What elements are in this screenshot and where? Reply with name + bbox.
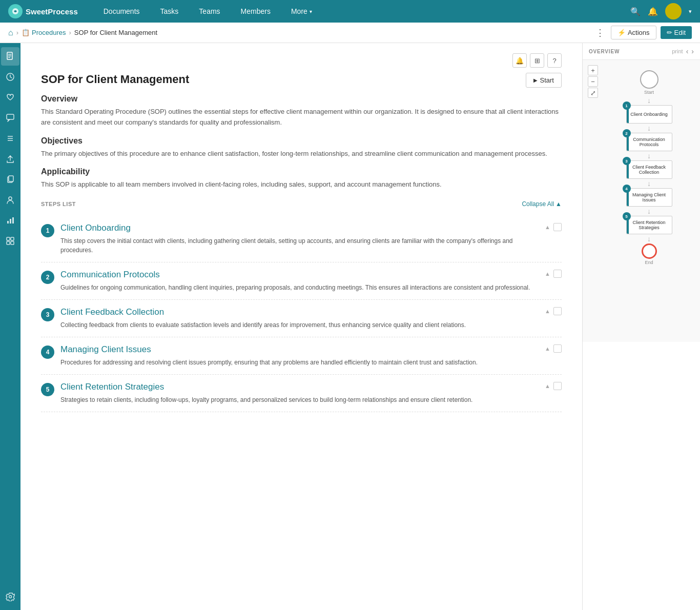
svg-rect-15 [12, 217, 14, 223]
nav-documents[interactable]: Documents [93, 0, 150, 23]
user-avatar[interactable] [665, 3, 682, 19]
step-item-4: 4 Managing Client Issues Procedures for … [41, 337, 562, 375]
flow-arrow-3: ↓ [647, 180, 651, 187]
step-desc-1: This step covers the initial contact wit… [60, 236, 539, 255]
search-icon[interactable]: 🔍 [630, 7, 641, 16]
step-actions-4: ▲ [545, 344, 562, 353]
document-toolbar: 🔔 ⊞ ? [41, 53, 562, 68]
step-number-4: 4 [41, 345, 54, 359]
step-content-4: Managing Client Issues Procedures for ad… [60, 344, 539, 367]
flow-step-badge-5: 5 [623, 212, 631, 220]
zoom-fit-button[interactable]: ⤢ [588, 88, 598, 98]
sidebar-item-settings[interactable] [1, 587, 19, 606]
grid-tool-button[interactable]: ⊞ [530, 53, 544, 68]
overview-panel: OVERVIEW print ‹ › + − ⤢ Start ↓ [582, 43, 700, 610]
app-logo[interactable]: SweetProcess [8, 4, 78, 18]
nav-links: Documents Tasks Teams Members More ▾ [93, 0, 630, 23]
step-desc-5: Strategies to retain clients, including … [60, 395, 539, 404]
collapse-all-button[interactable]: Collapse All ▲ [522, 200, 562, 208]
flow-step-5[interactable]: 5 Client Retention Strategies [626, 216, 672, 234]
document-sections: Overview This Standard Operating Procedu… [41, 94, 562, 190]
notifications-icon[interactable]: 🔔 [648, 7, 658, 16]
flow-end-node [642, 243, 657, 259]
flow-end-label: End [645, 260, 653, 265]
zoom-in-button[interactable]: + [588, 65, 598, 75]
sidebar-item-liked[interactable] [1, 88, 19, 107]
breadcrumb-actions: ⋮ ⚡ Actions ✏ Edit [593, 25, 692, 40]
svg-rect-19 [11, 241, 14, 245]
current-breadcrumb: SOP for Client Management [74, 29, 157, 36]
sidebar-item-list[interactable] [1, 129, 19, 148]
edit-button[interactable]: ✏ Edit [661, 26, 692, 39]
step-item-3: 3 Client Feedback Collection Collecting … [41, 300, 562, 337]
zoom-out-button[interactable]: − [588, 76, 598, 87]
bell-tool-button[interactable]: 🔔 [512, 53, 527, 68]
flow-step-1[interactable]: 1 Client Onboarding [626, 105, 672, 124]
step-checkbox-4[interactable] [553, 344, 562, 353]
step-collapse-1[interactable]: ▲ [545, 224, 550, 230]
flow-step-3[interactable]: 3 Client Feedback Collection [626, 160, 672, 179]
overview-next-arrow[interactable]: › [691, 47, 694, 55]
step-title-3[interactable]: Client Feedback Collection [60, 307, 539, 317]
step-title-1[interactable]: Client Onboarding [60, 223, 539, 233]
start-button[interactable]: ▶ Start [526, 73, 562, 88]
step-content-1: Client Onboarding This step covers the i… [60, 223, 539, 255]
step-actions-2: ▲ [545, 270, 562, 278]
steps-section: STEPS LIST Collapse All ▲ 1 Client Onboa… [41, 200, 562, 412]
step-collapse-4[interactable]: ▲ [545, 345, 550, 352]
sidebar-item-recent[interactable] [1, 68, 19, 86]
flow-step-4[interactable]: 4 Managing Client Issues [626, 188, 672, 207]
user-menu-arrow[interactable]: ▾ [689, 8, 692, 15]
breadcrumb-sep-1: › [16, 29, 18, 36]
step-actions-5: ▲ [545, 382, 562, 390]
step-checkbox-3[interactable] [553, 307, 562, 315]
overview-print-button[interactable]: print [672, 48, 683, 54]
step-title-2[interactable]: Communication Protocols [60, 270, 539, 280]
overview-prev-arrow[interactable]: ‹ [686, 47, 689, 55]
svg-rect-14 [10, 219, 11, 223]
step-actions-1: ▲ [545, 223, 562, 231]
home-breadcrumb[interactable]: ⌂ [8, 28, 13, 37]
flow-step-2[interactable]: 2 Communication Protocols [626, 133, 672, 151]
section-overview-body: This Standard Operating Procedure (SOP) … [41, 107, 562, 128]
step-collapse-5[interactable]: ▲ [545, 383, 550, 389]
sidebar-item-copy[interactable] [1, 170, 19, 189]
sidebar-item-integrations[interactable] [1, 232, 19, 250]
step-checkbox-1[interactable] [553, 223, 562, 231]
step-item-5: 5 Client Retention Strategies Strategies… [41, 375, 562, 412]
sidebar-item-comments[interactable] [1, 109, 19, 127]
breadcrumb-bar: ⌂ › 📋 Procedures › SOP for Client Manage… [0, 23, 700, 43]
section-objectives-title: Objectives [41, 136, 562, 146]
actions-lightning-icon: ⚡ [617, 29, 626, 36]
flow-step-badge-3: 3 [623, 157, 631, 165]
nav-teams[interactable]: Teams [189, 0, 230, 23]
step-title-4[interactable]: Managing Client Issues [60, 344, 539, 355]
step-content-2: Communication Protocols Guidelines for o… [60, 270, 539, 292]
nav-members[interactable]: Members [231, 0, 281, 23]
step-collapse-3[interactable]: ▲ [545, 308, 550, 314]
chevron-up-icon: ▲ [555, 200, 562, 208]
section-overview-title: Overview [41, 94, 562, 104]
sidebar-item-upload[interactable] [1, 150, 19, 168]
step-checkbox-2[interactable] [553, 270, 562, 278]
document-title: SOP for Client Management [41, 73, 562, 86]
step-title-5[interactable]: Client Retention Strategies [60, 382, 539, 392]
sidebar-item-team[interactable] [1, 191, 19, 209]
step-desc-4: Procedures for addressing and resolving … [60, 358, 539, 367]
procedures-doc-icon: 📋 [22, 29, 30, 36]
more-options-button[interactable]: ⋮ [593, 25, 607, 40]
nav-more[interactable]: More ▾ [281, 0, 322, 23]
nav-tasks[interactable]: Tasks [150, 0, 189, 23]
svg-rect-17 [11, 237, 14, 240]
actions-button[interactable]: ⚡ Actions [611, 26, 656, 39]
flow-diagram: Start ↓ 1 Client Onboarding ↓ 2 Communic… [588, 65, 695, 265]
sidebar-item-reports[interactable] [1, 211, 19, 230]
help-tool-button[interactable]: ? [547, 53, 562, 68]
step-item-2: 2 Communication Protocols Guidelines for… [41, 262, 562, 300]
main-layout: 🔔 ⊞ ? ▶ Start SOP for Client Management … [20, 43, 700, 610]
procedures-breadcrumb[interactable]: Procedures [32, 29, 66, 36]
step-collapse-2[interactable]: ▲ [545, 271, 550, 277]
step-checkbox-5[interactable] [553, 382, 562, 390]
sidebar-item-file[interactable] [1, 47, 19, 66]
overview-diagram: + − ⤢ Start ↓ 1 Client Onboarding ↓ [583, 60, 700, 342]
